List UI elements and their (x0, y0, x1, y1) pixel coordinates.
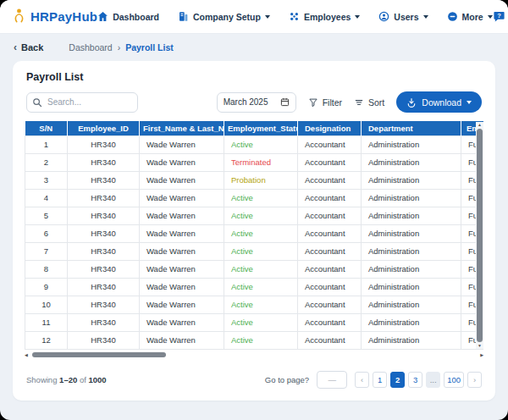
sort-icon (354, 97, 364, 108)
cell-employee-id: HR340 (68, 278, 140, 296)
top-navbar: HRPayHub Dashboard Company Setup E (0, 0, 508, 34)
showing-total: 1000 (88, 375, 106, 384)
page-title: Payroll List (26, 71, 482, 83)
goto-page-label: Go to page? (265, 375, 309, 384)
page-ellipsis: ... (426, 372, 440, 388)
cell-name: Wade Warren (140, 224, 224, 242)
cell-employee-id: HR340 (68, 153, 140, 171)
month-picker-value: March 2025 (224, 97, 268, 107)
cell-department: Administration (362, 260, 461, 278)
col-header-department: Department (362, 121, 461, 135)
back-button[interactable]: ‹ Back (14, 41, 43, 53)
page-button-2[interactable]: 2 (390, 372, 405, 388)
cell-department: Administration (362, 171, 461, 189)
table-row: 10HR340Wade WarrenActiveAccountantAdmini… (25, 296, 484, 313)
cell-employee-id: HR340 (68, 189, 140, 207)
cell-employee-id: HR340 (68, 313, 140, 331)
pagination-area: Go to page? ‹123...100› (265, 371, 482, 389)
nav-label: Company Setup (193, 12, 261, 22)
cell-status: Active (224, 135, 298, 153)
search-input[interactable] (26, 92, 138, 113)
cell-designation: Accountant (298, 207, 362, 224)
nav-label: Users (394, 12, 418, 22)
hrpayhub-logo-icon (12, 8, 26, 25)
chevron-down-icon (467, 101, 472, 104)
cell-status: Active (224, 242, 298, 260)
page-button-1[interactable]: 1 (373, 372, 387, 388)
cell-designation: Accountant (298, 296, 362, 313)
filter-button[interactable]: Filter (308, 97, 342, 108)
controls-row: March 2025 Filter Sort (26, 91, 482, 113)
breadcrumb-dashboard[interactable]: Dashboard (69, 42, 112, 52)
cell-department: Administration (362, 207, 461, 224)
more-icon (447, 11, 458, 22)
breadcrumb-bar: ‹ Back Dashboard › Payroll List (0, 34, 508, 59)
company-icon (178, 11, 189, 22)
page-prev-button[interactable]: ‹ (355, 372, 369, 388)
cell-department: Administration (362, 135, 461, 153)
cell-designation: Accountant (298, 153, 362, 171)
cell-employee-id: HR340 (68, 242, 140, 260)
scroll-up-icon[interactable]: ▲ (478, 122, 482, 128)
cell-name: Wade Warren (140, 260, 224, 278)
chevron-down-icon (423, 15, 428, 19)
scroll-left-icon[interactable]: ◀ (25, 352, 28, 357)
nav-item-users[interactable]: Users (378, 11, 428, 22)
horizontal-scrollbar[interactable]: ◀ ▶ (25, 351, 483, 359)
nav-item-company-setup[interactable]: Company Setup (178, 11, 270, 22)
page-button-100[interactable]: 100 (444, 372, 464, 388)
cell-designation: Accountant (298, 278, 362, 296)
table-row: 6HR340Wade WarrenActiveAccountantAdminis… (25, 224, 484, 242)
help-chat-icon[interactable]: ? (493, 10, 505, 23)
brand-name: HRPayHub (30, 9, 97, 24)
cell-name: Wade Warren (140, 331, 224, 349)
cell-sn: 2 (25, 153, 68, 171)
cell-status: Active (224, 296, 298, 313)
table-row: 5HR340Wade WarrenActiveAccountantAdminis… (25, 207, 484, 224)
cell-status: Active (224, 278, 298, 296)
download-button[interactable]: Download (396, 91, 482, 113)
cell-sn: 10 (25, 296, 68, 313)
cell-department: Administration (362, 331, 461, 349)
cell-department: Administration (362, 153, 461, 171)
cell-sn: 4 (25, 189, 68, 207)
nav-item-more[interactable]: More (447, 11, 493, 22)
cell-employee-id: HR340 (68, 135, 140, 153)
showing-summary: Showing 1–20 of 1000 (26, 375, 107, 384)
vertical-scrollbar[interactable]: ▲ ▼ (476, 122, 483, 349)
sort-button[interactable]: Sort (354, 97, 384, 108)
cell-sn: 12 (25, 331, 68, 349)
cell-designation: Accountant (298, 189, 362, 207)
col-header-sn: S/N (25, 121, 68, 135)
month-picker[interactable]: March 2025 (217, 92, 296, 113)
vertical-scrollbar-thumb[interactable] (477, 129, 483, 342)
brand-logo[interactable]: HRPayHub (12, 8, 97, 25)
cell-name: Wade Warren (140, 171, 224, 189)
cell-sn: 1 (25, 135, 68, 153)
cell-employee-id: HR340 (68, 171, 140, 189)
cell-name: Wade Warren (140, 189, 224, 207)
goto-page-input[interactable] (317, 371, 347, 389)
horizontal-scrollbar-thumb[interactable] (32, 352, 166, 357)
table-row: 3HR340Wade WarrenProbationAccountantAdmi… (25, 171, 484, 189)
showing-range: 1–20 (59, 375, 77, 384)
filter-funnel-icon (308, 97, 318, 108)
page-next-button[interactable]: › (467, 372, 482, 388)
scroll-right-icon[interactable]: ▶ (480, 352, 483, 357)
chevron-down-icon (355, 15, 360, 19)
users-icon (378, 11, 389, 22)
cell-status: Active (224, 313, 298, 331)
col-header-employment-status: Employment_Status (224, 121, 298, 135)
cell-designation: Accountant (298, 260, 362, 278)
page-button-3[interactable]: 3 (408, 372, 422, 388)
search-icon (32, 97, 42, 108)
cell-sn: 9 (25, 278, 68, 296)
col-header-name: First_Name & Last_Name (140, 121, 224, 135)
scroll-down-icon[interactable]: ▼ (478, 343, 482, 349)
cell-department: Administration (362, 224, 461, 242)
nav-item-dashboard[interactable]: Dashboard (97, 11, 159, 22)
payroll-table-body: 1HR340Wade WarrenActiveAccountantAdminis… (25, 135, 484, 349)
nav-item-employees[interactable]: Employees (289, 11, 360, 22)
payroll-table-wrap: S/N Employee_ID First_Name & Last_Name E… (25, 121, 483, 350)
cell-sn: 11 (25, 313, 68, 331)
